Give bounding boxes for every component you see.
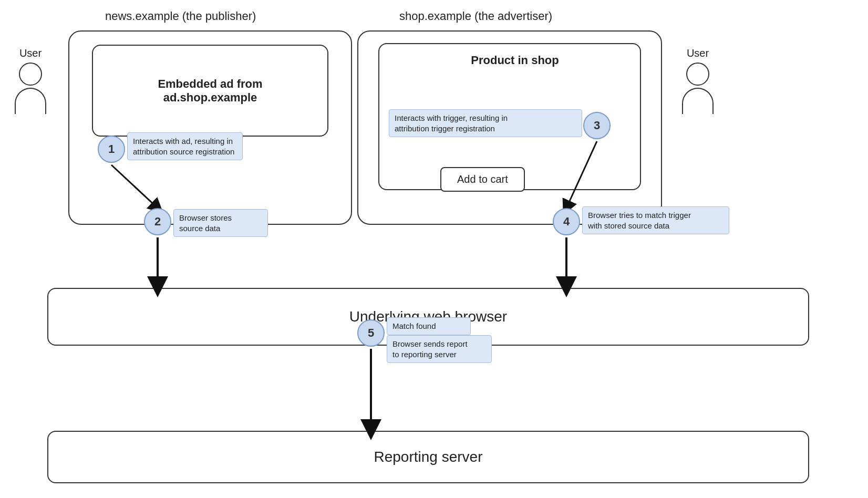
reporting-server-text: Reporting server (374, 449, 483, 465)
step-4-circle: 4 (553, 208, 580, 235)
step-5-number: 5 (368, 326, 374, 340)
user-left-figure: User (15, 47, 46, 114)
step-3-info-box: Interacts with trigger, resulting in att… (389, 109, 582, 137)
advertiser-inner-text: Product in shop (471, 54, 559, 67)
user-left-body (15, 88, 46, 114)
step-3-number: 3 (594, 119, 600, 132)
step-2-number: 2 (154, 215, 161, 229)
publisher-inner-text: Embedded ad from ad.shop.example (158, 77, 262, 105)
step-2-circle: 2 (144, 208, 171, 235)
step-3-circle: 3 (583, 112, 611, 139)
step-4-number: 4 (563, 215, 570, 229)
advertiser-label: shop.example (the advertiser) (399, 9, 552, 23)
step-5-report-box: Browser sends report to reporting server (387, 335, 492, 363)
user-right-head (686, 63, 709, 86)
step-2-info-box: Browser stores source data (173, 209, 268, 237)
user-left-head (19, 63, 42, 86)
step-1-info-box: Interacts with ad, resulting in attribut… (127, 132, 243, 160)
user-left-label: User (19, 47, 42, 59)
step-1-number: 1 (108, 142, 115, 156)
publisher-label: news.example (the publisher) (105, 9, 256, 23)
step-3-info-text: Interacts with trigger, resulting in att… (395, 113, 508, 133)
step-5-report-text: Browser sends report to reporting server (392, 339, 468, 359)
user-right-figure: User (682, 47, 714, 114)
step-5-match-text: Match found (392, 321, 436, 330)
step-4-info-box: Browser tries to match trigger with stor… (582, 206, 729, 234)
add-to-cart-button[interactable]: Add to cart (440, 167, 525, 192)
step-2-info-text: Browser stores source data (179, 213, 232, 233)
diagram: news.example (the publisher) Embedded ad… (0, 0, 868, 498)
publisher-inner-box: Embedded ad from ad.shop.example (92, 45, 328, 137)
step-4-info-text: Browser tries to match trigger with stor… (588, 211, 691, 230)
reporting-server-box: Reporting server (47, 431, 809, 483)
step-5-match-box: Match found (387, 317, 471, 335)
add-to-cart-label: Add to cart (457, 173, 508, 185)
step-5-circle: 5 (357, 319, 385, 347)
user-right-label: User (687, 47, 709, 59)
step-1-circle: 1 (98, 136, 125, 163)
user-right-body (682, 88, 714, 114)
step-1-info-text: Interacts with ad, resulting in attribut… (133, 137, 234, 156)
